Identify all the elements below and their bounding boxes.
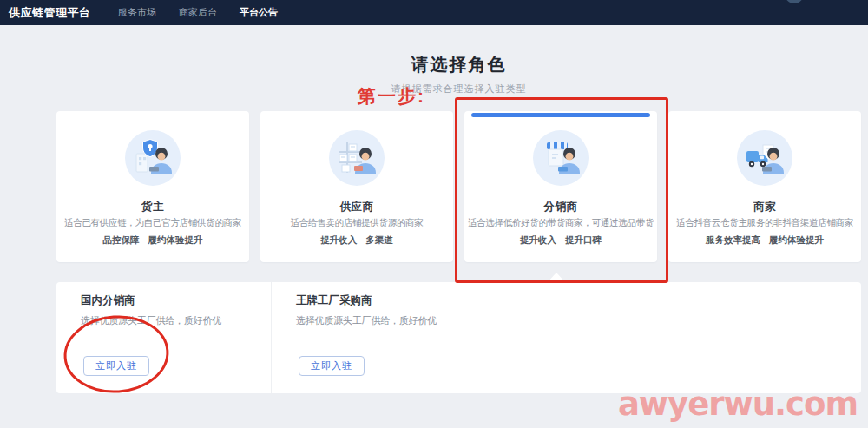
sub-option-description: 选择优质源头工厂供给，质好价优 [296,314,487,327]
role-name: 供应商 [260,200,453,214]
sub-option-description: 选择优质源头工厂供给，质好价优 [81,314,271,327]
role-description: 适合抖音云仓货主服务的非抖音渠道店铺商家 [668,217,861,229]
role-name: 商家 [668,200,861,214]
role-tag: 服务效率提高 [706,234,760,247]
nav-item-merchant-console[interactable]: 商家后台 [179,6,217,19]
panel-pointer-triangle [547,273,566,283]
sub-option-factory-purchaser: 王牌工厂采购商 选择优质源头工厂供给，质好价优 立即入驻 [272,282,487,393]
truck-person-icon [737,130,792,186]
sub-option-domestic-distributor: 国内分销商 选择优质源头工厂供给，质好价优 立即入驻 [56,282,272,393]
role-tag: 提升收入 [320,234,357,247]
store-person-icon [533,130,589,186]
step-label: 第一步: [278,84,425,109]
avatar[interactable] [785,0,804,3]
page-title: 请选择角色 [56,53,861,76]
role-tags: 品控保障 履约体验提升 [56,234,249,247]
shield-person-icon [125,130,181,186]
join-now-button-domestic[interactable]: 立即入驻 [83,356,149,376]
role-description: 适合选择低价好货的带货商家，可通过选品带货 [464,217,657,229]
sub-option-title: 王牌工厂采购商 [296,293,487,308]
app-title: 供应链管理平台 [9,5,91,21]
sub-option-panel: 国内分销商 选择优质源头工厂供给，质好价优 立即入驻 王牌工厂采购商 选择优质源… [56,282,861,393]
role-card-cargo-owner[interactable]: 货主 适合已有供应链，为自己官方店铺供货的商家 品控保障 履约体验提升 [56,111,249,262]
join-now-button-factory[interactable]: 立即入驻 [299,356,365,376]
step-header: 第一步: 请选择角色 请根据需求合理选择入驻类型 [56,53,861,95]
nav-item-service-market[interactable]: 服务市场 [118,6,156,19]
sub-option-title: 国内分销商 [81,293,271,308]
role-card-distributor[interactable]: 分销商 适合选择低价好货的带货商家，可通过选品带货 提升收入 提升口碑 [464,111,657,262]
watermark-text: awyerwu.com [618,385,858,423]
role-tag: 提升收入 [520,234,556,247]
navbar-menu: 服务市场 商家后台 平台公告 [118,0,278,25]
role-tags: 提升收入 提升口碑 [464,234,657,247]
role-tag: 提升口碑 [565,234,602,247]
role-tag: 履约体验提升 [148,234,203,247]
role-tags: 服务效率提高 履约体验提升 [668,234,861,247]
role-name: 货主 [56,200,249,214]
role-description: 适合已有供应链，为自己官方店铺供货的商家 [56,217,249,229]
page-subtitle: 请根据需求合理选择入驻类型 [56,82,861,95]
role-tag: 履约体验提升 [769,234,824,247]
main-content: 第一步: 请选择角色 请根据需求合理选择入驻类型 [56,25,861,95]
selected-indicator-bar [471,113,650,117]
role-tag: 多渠道 [365,234,393,247]
role-name: 分销商 [464,200,657,214]
role-tags: 提升收入 多渠道 [260,234,453,247]
role-description: 适合给售卖的店铺提供货源的商家 [260,217,453,229]
top-navbar: 供应链管理平台 服务市场 商家后台 平台公告 [0,0,868,25]
shelf-person-icon [329,130,385,186]
role-card-merchant[interactable]: 商家 适合抖音云仓货主服务的非抖音渠道店铺商家 服务效率提高 履约体验提升 [668,111,861,262]
role-tag: 品控保障 [103,234,140,247]
role-card-list: 货主 适合已有供应链，为自己官方店铺供货的商家 品控保障 履约体验提升 供 [56,111,861,262]
role-card-supplier[interactable]: 供应商 适合给售卖的店铺提供货源的商家 提升收入 多渠道 [260,111,453,262]
nav-item-platform-announcement[interactable]: 平台公告 [240,6,278,19]
